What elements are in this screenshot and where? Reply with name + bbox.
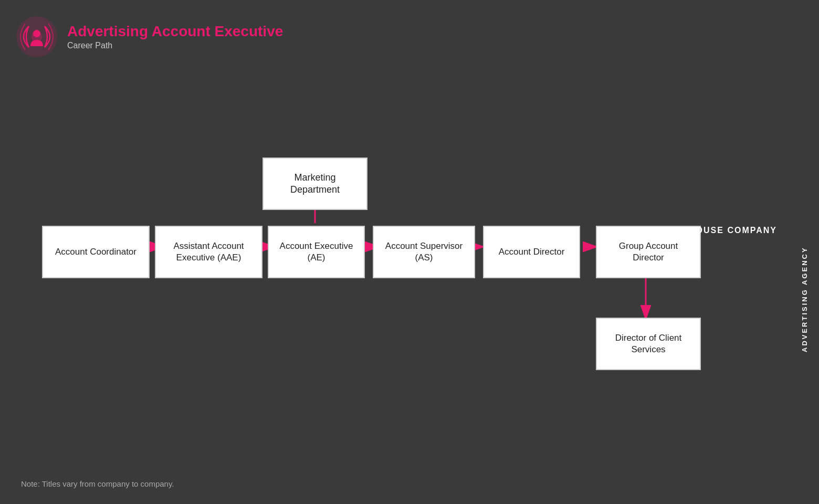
box-client-services: Director of Client Services [596,318,701,370]
label-agency: ADVERTISING AGENCY [801,210,808,388]
sub-title: Career Path [67,41,283,50]
header: Advertising Account Executive Career Pat… [16,16,283,58]
logo-icon [16,16,58,58]
label-inhouse: IN-HOUSE COMPANY [675,226,777,235]
box-coordinator: Account Coordinator [42,226,150,278]
box-director: Account Director [483,226,580,278]
box-aae: Assistant Account Executive (AAE) [155,226,262,278]
title-block: Advertising Account Executive Career Pat… [67,23,283,50]
svg-point-1 [33,30,40,37]
box-ae: Account Executive (AE) [268,226,365,278]
main-title: Advertising Account Executive [67,23,283,40]
box-marketing: Marketing Department [262,158,368,210]
career-diagram: Marketing Department Account Coordinator… [0,84,819,462]
note: Note: Titles vary from company to compan… [21,479,174,488]
box-supervisor: Account Supervisor (AS) [373,226,475,278]
